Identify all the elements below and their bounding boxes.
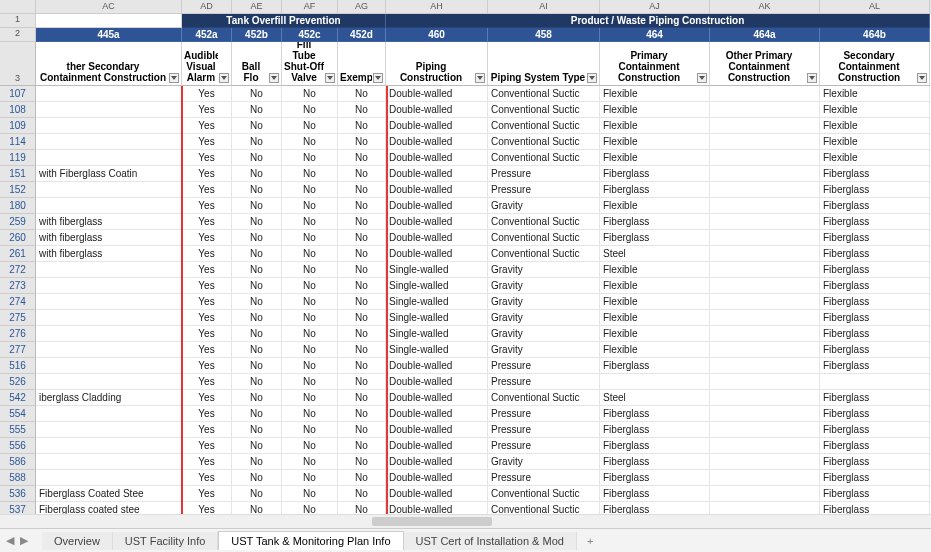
data-cell[interactable]: Fiberglass (820, 246, 930, 262)
row-number[interactable]: 536 (0, 486, 36, 502)
data-cell[interactable]: No (338, 358, 386, 374)
data-cell[interactable] (710, 102, 820, 118)
data-cell[interactable]: Flexible (600, 198, 710, 214)
data-cell[interactable]: No (282, 470, 338, 486)
data-cell[interactable] (36, 182, 182, 198)
data-cell[interactable]: Fiberglass (600, 438, 710, 454)
data-cell[interactable]: Fiberglass (820, 502, 930, 514)
data-cell[interactable] (36, 422, 182, 438)
data-cell[interactable]: Yes (182, 166, 232, 182)
data-cell[interactable]: Fiberglass (820, 422, 930, 438)
data-cell[interactable]: Flexible (820, 86, 930, 102)
header-primary-containment[interactable]: Primary Containment Construction (600, 42, 710, 86)
data-cell[interactable]: Flexible (820, 118, 930, 134)
data-cell[interactable]: Double-walled (386, 198, 488, 214)
data-cell[interactable]: Double-walled (386, 214, 488, 230)
data-cell[interactable] (710, 326, 820, 342)
data-cell[interactable]: Double-walled (386, 150, 488, 166)
data-cell[interactable] (36, 310, 182, 326)
data-cell[interactable]: Fiberglass (600, 470, 710, 486)
data-cell[interactable]: Yes (182, 342, 232, 358)
data-cell[interactable] (36, 118, 182, 134)
data-cell[interactable]: No (338, 310, 386, 326)
data-cell[interactable]: No (338, 86, 386, 102)
data-cell[interactable] (36, 134, 182, 150)
data-cell[interactable]: iberglass Cladding (36, 390, 182, 406)
sheet-tab-overview[interactable]: Overview (42, 532, 113, 550)
data-cell[interactable]: No (282, 502, 338, 514)
data-cell[interactable]: No (282, 358, 338, 374)
data-cell[interactable]: Fiberglass (820, 454, 930, 470)
data-cell[interactable] (710, 134, 820, 150)
data-cell[interactable]: Double-walled (386, 134, 488, 150)
data-cell[interactable]: Conventional Suctic (488, 150, 600, 166)
data-cell[interactable]: Yes (182, 374, 232, 390)
data-cell[interactable]: Pressure (488, 470, 600, 486)
code-cell[interactable]: 460 (386, 28, 488, 42)
data-cell[interactable]: No (232, 230, 282, 246)
data-cell[interactable]: Yes (182, 102, 232, 118)
row-number[interactable]: 273 (0, 278, 36, 294)
row-number[interactable]: 272 (0, 262, 36, 278)
data-cell[interactable]: Flexible (600, 326, 710, 342)
data-cell[interactable] (600, 374, 710, 390)
data-cell[interactable]: Double-walled (386, 118, 488, 134)
data-cell[interactable] (710, 390, 820, 406)
data-cell[interactable]: Fiberglass (820, 438, 930, 454)
data-cell[interactable]: Gravity (488, 310, 600, 326)
header-secondary-containment[interactable]: Secondary Containment Construction (820, 42, 930, 86)
data-cell[interactable]: Pressure (488, 374, 600, 390)
data-cell[interactable]: No (282, 118, 338, 134)
data-cell[interactable]: Double-walled (386, 374, 488, 390)
data-cell[interactable]: Yes (182, 358, 232, 374)
data-cell[interactable]: Double-walled (386, 166, 488, 182)
data-cell[interactable]: No (338, 118, 386, 134)
col-letter[interactable]: AG (338, 0, 386, 13)
col-letter[interactable]: AE (232, 0, 282, 13)
data-cell[interactable] (710, 502, 820, 514)
data-cell[interactable] (710, 342, 820, 358)
header-exempt[interactable]: Exemp (338, 42, 386, 86)
row-number[interactable]: 537 (0, 502, 36, 514)
data-cell[interactable]: No (232, 422, 282, 438)
data-cell[interactable]: Yes (182, 454, 232, 470)
data-cell[interactable]: Conventional Suctic (488, 230, 600, 246)
data-cell[interactable]: No (282, 198, 338, 214)
data-cell[interactable] (710, 262, 820, 278)
data-cell[interactable]: Flexible (600, 342, 710, 358)
data-cell[interactable]: Flexible (600, 278, 710, 294)
data-cell[interactable]: Flexible (600, 118, 710, 134)
col-letter[interactable]: AC (36, 0, 182, 13)
data-cell[interactable]: Fiberglass (600, 214, 710, 230)
data-cell[interactable] (36, 342, 182, 358)
col-letter[interactable]: AK (710, 0, 820, 13)
data-cell[interactable]: Pressure (488, 406, 600, 422)
row-number[interactable]: 554 (0, 406, 36, 422)
data-cell[interactable]: No (338, 374, 386, 390)
data-cell[interactable]: No (338, 454, 386, 470)
data-cell[interactable]: No (232, 246, 282, 262)
data-cell[interactable]: Conventional Suctic (488, 118, 600, 134)
data-cell[interactable]: Flexible (820, 134, 930, 150)
data-cell[interactable]: No (338, 438, 386, 454)
data-cell[interactable]: No (232, 358, 282, 374)
row-number[interactable]: 261 (0, 246, 36, 262)
data-cell[interactable] (820, 374, 930, 390)
data-cell[interactable]: No (282, 102, 338, 118)
data-cell[interactable]: No (338, 422, 386, 438)
sheet-tab-cert[interactable]: UST Cert of Installation & Mod (404, 532, 577, 550)
data-cell[interactable]: Flexible (600, 262, 710, 278)
data-cell[interactable]: Yes (182, 486, 232, 502)
data-cell[interactable]: Pressure (488, 438, 600, 454)
data-cell[interactable]: Flexible (820, 102, 930, 118)
data-grid[interactable]: 107YesNoNoNoDouble-walledConventional Su… (0, 86, 931, 514)
row-number[interactable]: 277 (0, 342, 36, 358)
filter-icon[interactable] (219, 73, 229, 83)
data-cell[interactable]: Yes (182, 438, 232, 454)
data-cell[interactable]: with fiberglass (36, 246, 182, 262)
data-cell[interactable]: Fiberglass (600, 182, 710, 198)
code-cell[interactable]: 458 (488, 28, 600, 42)
data-cell[interactable]: Yes (182, 214, 232, 230)
data-cell[interactable]: No (232, 118, 282, 134)
data-cell[interactable]: Fiberglass (600, 502, 710, 514)
